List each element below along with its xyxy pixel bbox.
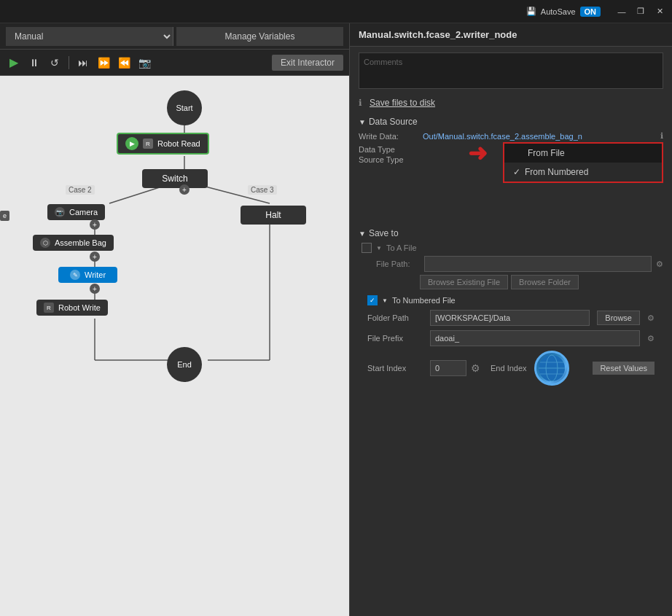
to-a-file-section: ▼ To A File File Path: ⚙ Browse Existing… [359, 243, 663, 289]
globe-icon [534, 351, 569, 386]
triangle-icon: ▼ [359, 118, 366, 126]
from-numbered-check: ✓ [513, 167, 520, 177]
start-index-dot[interactable]: ⚙ [471, 362, 480, 374]
to-a-file-triangle: ▼ [376, 245, 382, 252]
play-indicator: ▶ [125, 137, 138, 150]
write-data-value: Out/Manual.switch.fcase_2.assemble_bag_n [423, 132, 655, 141]
index-row: Start Index ⚙ End Index [367, 351, 655, 386]
close-button[interactable]: ✕ [653, 5, 666, 18]
minimize-button[interactable]: ― [615, 5, 628, 18]
data-source-section: ▼ Data Source Write Data: Out/Manual.swi… [350, 114, 672, 225]
reset-values-button[interactable]: Reset Values [593, 362, 655, 375]
from-file-label: From File [528, 148, 565, 158]
source-type-label: Source Type [359, 155, 417, 164]
halt-label: Halt [241, 206, 306, 225]
camera-button[interactable]: 📷 [136, 55, 152, 71]
start-index-label: Start Index [367, 364, 426, 373]
to-numbered-section: ✓ ▼ To Numbered File Folder Path Browse … [359, 295, 663, 386]
to-a-file-checkbox[interactable] [362, 243, 372, 253]
folder-path-label: Folder Path [367, 313, 426, 322]
case-3-label: Case 3 [248, 185, 277, 195]
canvas-area: Start ▶ R Robot Read Switch Case 2 Case … [0, 76, 349, 616]
comments-box[interactable]: Comments [359, 52, 663, 89]
red-arrow: ➜ [468, 139, 488, 167]
refresh-button[interactable]: ↺ [47, 55, 63, 71]
step-button[interactable]: ⏭ [75, 55, 91, 71]
main-layout: Manual Manage Variables ▶ ⏸ ↺ ⏭ ⏩ ⏪ 📷 Ex… [0, 23, 672, 616]
robot-write-label: Robot Write [58, 303, 101, 312]
save-files-row: ℹ Save files to disk [350, 95, 672, 114]
assemble-bag-label: Assemble Bag [55, 238, 106, 247]
to-a-file-label: To A File [386, 243, 417, 252]
robot-read-label: Robot Read [157, 139, 200, 148]
comments-placeholder: Comments [364, 58, 402, 66]
manage-variables-button[interactable]: Manage Variables [176, 27, 343, 46]
autosave-toggle[interactable]: ON [580, 7, 601, 17]
data-source-title: Data Source [369, 117, 418, 127]
camera-icon: 📷 [55, 207, 65, 217]
rewind-button[interactable]: ⏪ [116, 55, 132, 71]
file-path-input[interactable] [424, 256, 652, 272]
mode-select[interactable]: Manual [6, 27, 173, 46]
folder-path-info[interactable]: ⚙ [647, 313, 655, 323]
assemble-connector[interactable]: + [90, 252, 100, 262]
exit-interactor-button[interactable]: Exit Interactor [272, 55, 343, 71]
save-files-label[interactable]: Save files to disk [370, 98, 435, 108]
writer-connector[interactable]: + [90, 284, 100, 294]
data-source-header[interactable]: ▼ Data Source [359, 117, 663, 127]
write-data-label: Write Data: [359, 132, 417, 141]
restore-button[interactable]: ❒ [634, 5, 647, 18]
svg-line-2 [109, 187, 162, 203]
writer-icon: ✎ [70, 270, 80, 280]
file-prefix-info[interactable]: ⚙ [647, 334, 655, 343]
dropdown-menu[interactable]: From File ✓ From Numbered [503, 142, 663, 183]
title-bar: 💾 AutoSave ON ― ❒ ✕ [0, 0, 672, 23]
browse-existing-button[interactable]: Browse Existing File [420, 275, 508, 289]
right-panel-title: Manual.switch.fcase_2.writer_node [350, 23, 672, 47]
assemble-bag-node[interactable]: ⬡ Assemble Bag [33, 235, 114, 251]
autosave-area: 💾 AutoSave ON [526, 7, 601, 17]
start-circle: Start [167, 90, 202, 125]
pause-button[interactable]: ⏸ [26, 55, 42, 71]
dropdown-from-file[interactable]: From File [504, 144, 662, 163]
autosave-label: AutoSave [541, 7, 576, 16]
file-path-label: File Path: [376, 260, 420, 268]
writer-label: Writer [85, 270, 106, 279]
camera-connector[interactable]: + [90, 219, 100, 230]
end-node[interactable]: End [167, 347, 202, 382]
folder-path-row: Folder Path Browse ⚙ [367, 310, 655, 326]
folder-path-input[interactable] [430, 310, 590, 326]
camera-node[interactable]: 📷 Camera [47, 204, 105, 220]
end-circle: End [167, 347, 202, 382]
folder-browse-button[interactable]: Browse [597, 311, 640, 325]
fast-forward-button[interactable]: ⏩ [95, 55, 112, 71]
file-path-row: File Path: ⚙ [362, 256, 663, 272]
file-prefix-row: File Prefix ⚙ [367, 330, 655, 346]
file-path-info[interactable]: ⚙ [656, 260, 663, 269]
write-data-info[interactable]: ℹ [660, 131, 663, 141]
browse-row: Browse Existing File Browse Folder [362, 275, 663, 289]
halt-node[interactable]: Halt [241, 206, 306, 225]
file-prefix-input[interactable] [430, 330, 640, 346]
to-a-file-row: ▼ To A File [362, 243, 663, 253]
save-to-header[interactable]: ▼ Save to [359, 228, 663, 238]
play-button[interactable]: ▶ [6, 55, 22, 71]
switch-node[interactable]: Switch [142, 169, 208, 188]
info-icon[interactable]: ℹ [359, 98, 362, 108]
start-node[interactable]: Start [167, 90, 202, 125]
robot-read-node[interactable]: ▶ R Robot Read [117, 133, 209, 155]
start-index-input[interactable] [430, 360, 466, 376]
writer-node[interactable]: ✎ Writer [58, 267, 117, 283]
left-panel: Manual Manage Variables ▶ ⏸ ↺ ⏭ ⏩ ⏪ 📷 Ex… [0, 23, 350, 616]
to-numbered-checkbox[interactable]: ✓ [367, 295, 378, 305]
file-prefix-label: File Prefix [367, 334, 426, 343]
end-index-label: End Index [491, 364, 527, 373]
dropdown-from-numbered[interactable]: ✓ From Numbered [504, 163, 662, 182]
robot-write-node[interactable]: R Robot Write [36, 300, 108, 316]
numbered-check-icon: ✓ [370, 297, 375, 304]
camera-label: Camera [69, 208, 98, 217]
browse-folder-button[interactable]: Browse Folder [511, 275, 579, 289]
switch-connector[interactable]: + [179, 184, 190, 195]
case-2-label: Case 2 [66, 185, 95, 195]
from-numbered-label: From Numbered [525, 167, 588, 177]
